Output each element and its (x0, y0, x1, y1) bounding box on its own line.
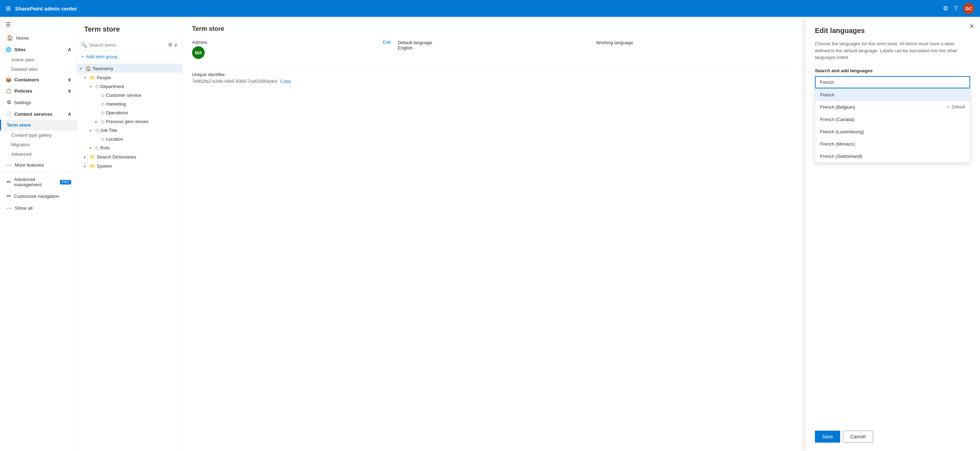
sidebar-item-content-services[interactable]: 📄 Content services ∧ (0, 108, 77, 120)
show-all-icon: ⋯ (7, 205, 12, 211)
term-icon: ◇ (95, 127, 99, 133)
sidebar-item-sites[interactable]: 🌐 Sites ∧ (0, 44, 77, 55)
uid-copy-button[interactable]: Copy (280, 78, 291, 84)
chevron-down-icon-2: ∨ (68, 88, 71, 94)
help-icon[interactable]: ? (954, 5, 958, 12)
sidebar-item-advanced-management[interactable]: ✏ Advanced management PRO (0, 174, 77, 190)
term-icon: ◇ (101, 101, 105, 107)
close-button[interactable]: ✕ (969, 22, 974, 30)
chevron-up-icon-2: ∧ (68, 111, 71, 117)
tree-item-precious-gem-stones[interactable]: ▸ ◇ Precious gem stones (77, 117, 182, 126)
tree-item-customer-service[interactable]: ◇ Customer service (77, 91, 182, 100)
lang-option-french-canada[interactable]: French (Canada) (815, 113, 970, 126)
admins-edit-link[interactable]: Edit (383, 40, 390, 45)
cancel-button[interactable]: Cancel (843, 431, 873, 443)
sidebar-item-migration[interactable]: Migration (0, 140, 77, 150)
admins-label: Admins (192, 40, 248, 45)
term-icon: ◇ (101, 92, 105, 98)
tree-label: Search Dictionaries (97, 154, 173, 159)
uid-label: Unique identifier (192, 72, 795, 77)
tree-item-job-title[interactable]: ▸ ◇ Job Title (77, 126, 182, 135)
chevron-down-icon: ▾ (84, 76, 88, 80)
term-icon: ◇ (101, 119, 105, 124)
sidebar-item-home[interactable]: 🏠 Home (0, 32, 77, 44)
sidebar-item-containers[interactable]: 📦 Containers ∨ (0, 74, 77, 85)
chevron-right-icon: ▸ (84, 164, 88, 168)
sidebar-item-term-store[interactable]: Term store (0, 120, 77, 131)
tree-label: Job Title (100, 127, 179, 133)
language-search-container: French French (Belgium) ✓ Default French… (815, 76, 970, 88)
admins-row: Admins Edit MA Default language English … (192, 40, 795, 65)
term-icon: ◇ (95, 84, 99, 89)
detail-title: Term store (192, 25, 795, 33)
policies-icon: 📋 (6, 88, 11, 94)
lang-option-french[interactable]: French (815, 89, 970, 101)
sidebar-item-advanced[interactable]: Advanced (0, 150, 77, 159)
sidebar-item-deleted-sites[interactable]: Deleted sites (0, 65, 77, 74)
lang-option-french-switzerland[interactable]: French (Switzerland) (815, 150, 970, 163)
uid-value: 7e902fa2-b34b-44b5-8369-7ce61680edc4 (192, 78, 278, 84)
settings-icon[interactable]: ⚙ (943, 5, 948, 12)
sites-icon: 🌐 (6, 47, 11, 52)
containers-icon: 📦 (6, 77, 11, 83)
sidebar-item-show-all[interactable]: ⋯ Show all (0, 202, 77, 214)
avatar[interactable]: GC (963, 3, 974, 14)
search-languages-label: Search and add languages (815, 68, 970, 73)
more-features-icon: ⋯ (7, 162, 12, 168)
admin-avatar: MA (192, 46, 205, 59)
tree-item-people[interactable]: ▾ 📁 People ⋯ (77, 73, 182, 82)
tree-container: ▾ 🏠 Taxonomy ⋯ ▾ 📁 People ⋯ ▾ ◇ Departme… (77, 62, 182, 451)
lang-option-french-luxembourg[interactable]: French (Luxembourg) (815, 126, 970, 138)
search-input[interactable] (89, 42, 165, 48)
tree-label: Customer service (106, 92, 179, 98)
tree-label: marketing (106, 101, 179, 107)
lang-option-french-monaco[interactable]: French (Monaco) (815, 138, 970, 150)
sidebar-item-more-features[interactable]: ⋯ More features (0, 159, 77, 171)
chevron-right-icon: ▸ (95, 120, 100, 123)
language-search-input[interactable] (815, 76, 970, 88)
chevron-right-icon: ▸ (90, 146, 94, 150)
tree-item-search-dictionaries[interactable]: ▸ 📁 Search Dictionaries ⋯ (77, 152, 182, 161)
sidebar-item-customize-navigation[interactable]: ✏ Customize navigation (0, 190, 77, 202)
hamburger-button[interactable]: ☰ (0, 17, 77, 32)
term-icon: ◇ (101, 136, 105, 142)
app-body: ☰ 🏠 Home 🌐 Sites ∧ Active sites Deleted … (0, 17, 980, 451)
tree-label: People (97, 75, 173, 80)
sidebar-item-content-type-gallery[interactable]: Content type gallery (0, 131, 77, 140)
language-dropdown: French French (Belgium) ✓ Default French… (815, 88, 970, 163)
lang-option-french-belgium[interactable]: French (Belgium) ✓ Default (815, 101, 970, 113)
sidebar-item-settings[interactable]: ⚙ Settings (0, 96, 77, 108)
chevron-down-icon: ▾ (80, 67, 84, 70)
tree-item-role[interactable]: ▸ ◇ Role (77, 143, 182, 152)
detail-panel: Term store Admins Edit MA Default langua… (182, 17, 805, 451)
chevron-down-icon: ▾ (90, 84, 94, 88)
folder-icon: 📁 (90, 154, 95, 159)
home-icon: 🏠 (7, 35, 13, 41)
save-button[interactable]: Save (815, 431, 840, 443)
tree-item-marketing[interactable]: ◇ marketing (77, 100, 182, 108)
default-tag: ✓ Default (947, 105, 965, 109)
add-term-group-button[interactable]: + Add term group (77, 51, 182, 62)
add-icon: + (81, 54, 84, 59)
chevron-up-icon: ∧ (68, 47, 71, 52)
customize-nav-icon: ✏ (7, 193, 11, 199)
tree-item-system[interactable]: ▸ 📁 System ✕ (77, 161, 182, 171)
topbar-icons: ⚙ ? GC (943, 3, 974, 14)
search-icon: 🔍 (81, 42, 87, 48)
tree-item-operations[interactable]: ◇ Operations (77, 108, 182, 117)
tree-item-taxonomy[interactable]: ▾ 🏠 Taxonomy ⋯ (77, 64, 182, 73)
topbar: ⊞ SharePoint admin center ⚙ ? GC (0, 0, 980, 17)
sidebar-item-policies[interactable]: 📋 Policies ∨ (0, 85, 77, 96)
waffle-icon[interactable]: ⊞ (6, 5, 11, 12)
sidebar-item-active-sites[interactable]: Active sites (0, 55, 77, 65)
tree-item-department[interactable]: ▾ ◇ Department (77, 82, 182, 91)
tree-label: System (97, 163, 173, 169)
chevron-right-icon: ▸ (90, 128, 94, 132)
taxonomy-icon: 🏠 (86, 66, 91, 71)
content-services-icon: 📄 (6, 111, 11, 117)
pro-badge: PRO (60, 180, 71, 185)
divider (0, 172, 77, 172)
filter-icon[interactable]: ⚙ ∨ (168, 42, 178, 48)
tree-item-location[interactable]: ◇ Location (77, 135, 182, 143)
tree-label: Taxonomy (92, 66, 173, 71)
